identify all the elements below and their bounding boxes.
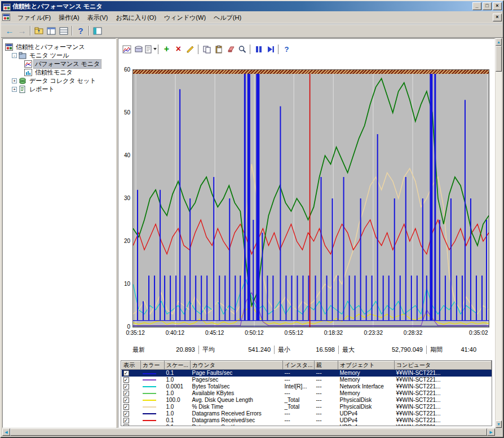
expand-icon[interactable]: +: [12, 87, 17, 92]
menu-item-help[interactable]: ヘルプ(H): [210, 12, 245, 23]
horizontal-scrollbar[interactable]: ◀ ▶: [2, 428, 495, 436]
legend-header[interactable]: 親: [315, 361, 338, 370]
legend-cell-object: UDPv4: [338, 417, 395, 424]
pencil-icon: [186, 45, 195, 54]
menu-item-action[interactable]: 操作(A): [55, 12, 83, 23]
show-checkbox[interactable]: ✓: [123, 424, 129, 426]
legend-row[interactable]: ✓1.0Available KBytes------Memory¥¥WIN-SC…: [122, 390, 492, 397]
color-swatch: [143, 400, 156, 401]
legend-cell-counter: Page Faults/sec: [191, 370, 283, 377]
mdi-close-button[interactable]: ×: [493, 14, 502, 21]
menu-items: ファイル(F)操作(A)表示(V)お気に入り(O)ウィンドウ(W)ヘルプ(H): [14, 12, 245, 23]
stat-duration-label: 期間: [430, 346, 443, 354]
help-button[interactable]: ?: [281, 44, 293, 55]
mdi-window-icon[interactable]: [2, 14, 11, 21]
show-checkbox[interactable]: ✓: [123, 404, 129, 410]
legend-row[interactable]: ✓0.1Datagrams Received/sec------UDPv4¥¥W…: [122, 417, 492, 424]
show-checkbox[interactable]: ✓: [123, 391, 129, 396]
legend-header[interactable]: カラー: [141, 361, 165, 370]
minimize-button[interactable]: _: [472, 2, 481, 10]
help-button[interactable]: ?: [74, 25, 87, 37]
clear-display-button[interactable]: [224, 44, 236, 55]
view-log-data-button[interactable]: [132, 44, 144, 55]
legend-row[interactable]: ✓100.0Avg. Disk Queue Length_Total---Phy…: [122, 397, 492, 404]
legend-cell-instance: ---: [283, 417, 315, 424]
vertical-scrollbar[interactable]: ▲ ▼: [496, 38, 502, 428]
maximize-button[interactable]: □: [483, 2, 492, 10]
tree-item-data-collector-sets[interactable]: +データ コレクタ セット: [3, 77, 116, 85]
legend-row[interactable]: ✓0.0001Bytes Total/secIntel[R]...---Netw…: [122, 383, 492, 390]
show-checkbox[interactable]: ✓: [123, 377, 129, 383]
menu-item-view[interactable]: 表示(V): [83, 12, 112, 23]
tree-item-reliability-and-performance[interactable]: 信頼性とパフォーマンス: [3, 43, 116, 51]
stat-duration: 期間41:40: [430, 346, 480, 354]
delete-counter-button[interactable]: ×: [173, 44, 184, 55]
legend-header[interactable]: スケー...: [165, 361, 191, 370]
legend-header[interactable]: カウンタ: [191, 361, 283, 370]
close-button[interactable]: ×: [493, 2, 502, 10]
chart-plot[interactable]: [132, 69, 489, 328]
freeze-display-button[interactable]: [253, 44, 264, 55]
app-window: 信頼性とパフォーマンス モニタ _ □ × ファイル(F)操作(A)表示(V)お…: [0, 0, 504, 438]
tree-item-label: レポート: [28, 85, 56, 94]
change-graph-type-button[interactable]: [144, 44, 156, 55]
legend-header[interactable]: 表示: [122, 361, 141, 370]
legend-cell-computer: ¥¥WIN-SCT221...: [395, 410, 492, 417]
add-counter-button[interactable]: +: [161, 44, 173, 55]
legend-cell-counter: Pages/sec: [191, 377, 283, 383]
paste-counter-list-button[interactable]: [213, 44, 224, 55]
expand-icon[interactable]: +: [12, 78, 17, 83]
tree-item-reports[interactable]: +レポート: [3, 85, 116, 93]
scroll-up-button[interactable]: ▲: [496, 38, 502, 46]
view-current-activity-button[interactable]: [121, 44, 132, 55]
color-swatch: [143, 393, 156, 394]
delete-counter-icon: ×: [176, 44, 181, 54]
menu-item-favorites[interactable]: お気に入り(O): [112, 12, 160, 23]
back-button[interactable]: ←: [3, 25, 16, 37]
console-icon: [5, 43, 13, 51]
panes2-icon: [59, 27, 68, 35]
tree-item-monitor-tools[interactable]: -モニタ ツール: [3, 51, 116, 59]
legend-row[interactable]: ✓1.0Datagrams Received Errors------UDPv4…: [122, 410, 492, 417]
tree-item-performance-monitor[interactable]: パフォーマンス モニタ: [3, 60, 116, 68]
scroll-right-button[interactable]: ▶: [487, 428, 495, 436]
legend-header[interactable]: オブジェクト: [338, 361, 395, 370]
legend-header[interactable]: コンピュータ: [395, 361, 492, 370]
menu-item-file[interactable]: ファイル(F): [14, 12, 55, 23]
scroll-thumb[interactable]: [496, 46, 502, 72]
show-checkbox[interactable]: ✓: [123, 418, 129, 423]
legend-header[interactable]: インスタ...: [283, 361, 315, 370]
perfmon-icon: [24, 60, 32, 68]
toolbar-separator: [278, 45, 279, 54]
show-checkbox[interactable]: ✓: [123, 397, 129, 403]
menu-item-window[interactable]: ウィンドウ(W): [160, 12, 210, 23]
show-checkbox[interactable]: ✓: [123, 411, 129, 417]
scroll-down-button[interactable]: ▼: [496, 421, 502, 428]
counter-legend: 表示カラースケー...カウンタインスタ...親オブジェクトコンピュータ ✓0.1…: [121, 360, 492, 426]
y-tick-label: 30: [119, 195, 130, 201]
stat-minimum-value: 16.598: [294, 346, 335, 353]
legend-cell-object: Network Interface: [338, 383, 395, 390]
tree-item-reliability-monitor[interactable]: 信頼性モニタ: [3, 68, 116, 76]
hscroll-thumb[interactable]: [10, 428, 487, 436]
scroll-left-button[interactable]: ◀: [2, 428, 10, 436]
pause-icon: [254, 45, 263, 54]
tools-icon: [19, 52, 26, 59]
collapse-icon[interactable]: -: [12, 53, 17, 58]
copy-properties-button[interactable]: [201, 44, 213, 55]
highlight-button[interactable]: [184, 44, 196, 55]
legend-row[interactable]: ✓0.1Page Faults/sec------Memory¥¥WIN-SCT…: [122, 370, 492, 377]
show-checkbox[interactable]: ✓: [123, 384, 129, 390]
up-one-level-button[interactable]: [33, 25, 45, 37]
show-console-tree-button[interactable]: [45, 25, 58, 37]
view-panes-button[interactable]: [91, 25, 104, 37]
forward-button[interactable]: →: [16, 25, 28, 37]
export-list-button[interactable]: [58, 25, 70, 37]
perfmon-toolbar: +×?: [121, 42, 492, 56]
legend-row[interactable]: ✓1.0% Disk Time_Total---PhysicalDisk¥¥WI…: [122, 404, 492, 410]
legend-row[interactable]: ✓1.0Pages/sec------Memory¥¥WIN-SCT221...: [122, 377, 492, 383]
legend-row[interactable]: ✓0.1Datagrams Sent/sec------UDPv4¥¥WIN-S…: [122, 424, 492, 427]
update-data-button[interactable]: [264, 44, 276, 55]
zoom-button[interactable]: [236, 44, 248, 55]
show-checkbox[interactable]: ✓: [123, 370, 129, 376]
